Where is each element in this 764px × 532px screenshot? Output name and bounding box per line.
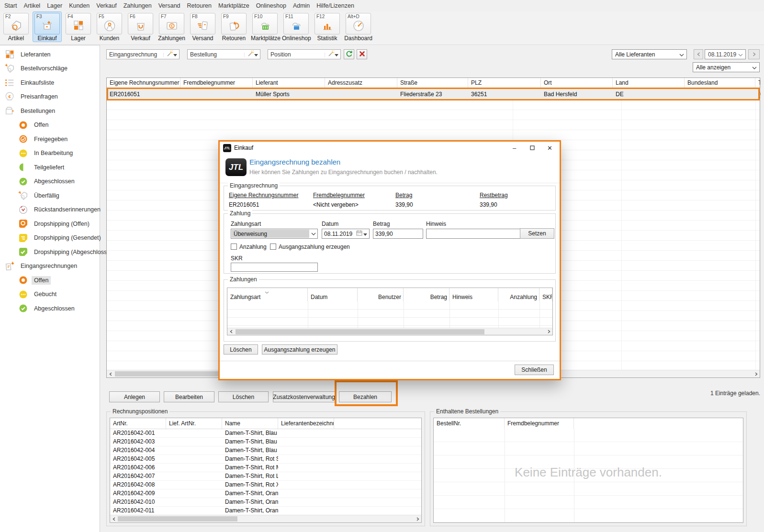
scroll-left-icon[interactable] <box>227 328 235 335</box>
ribbon-button-einkauf[interactable]: F3Einkauf <box>33 11 62 42</box>
column-header-name[interactable]: Name <box>222 418 278 429</box>
menu-item-retouren[interactable]: Retouren <box>184 2 215 9</box>
menu-item-artikel[interactable]: Artikel <box>20 2 44 9</box>
clear-filter-button[interactable] <box>357 49 367 59</box>
sidebar-item-lieferanten-root[interactable]: Lieferanten <box>0 47 100 62</box>
column-header-t[interactable]: T <box>755 78 761 88</box>
bearbeiten-button[interactable]: Bearbeiten <box>164 391 214 402</box>
ribbon-button-verkauf[interactable]: F6Verkauf <box>126 11 155 42</box>
positions-table-row[interactable]: AR2016042-005Damen-T-Shirt, Rot S <box>110 455 421 464</box>
menu-item-verkauf[interactable]: Verkauf <box>93 2 120 9</box>
ribbon-button-marktplaetze[interactable]: F10Marktplätze <box>250 11 280 42</box>
positions-table-row[interactable]: AR2016042-004Damen-T-Shirt, Blau XL <box>110 446 421 455</box>
ribbon-button-lager[interactable]: F4Lager <box>64 11 93 42</box>
column-header-skr[interactable]: SKR <box>539 288 552 301</box>
column-header-lieferant[interactable]: Lieferant <box>253 78 325 88</box>
positions-table-row[interactable]: AR2016042-006Damen-T-Shirt, Rot M <box>110 464 421 472</box>
anlegen-button[interactable]: Anlegen <box>109 391 160 402</box>
anzahlung-checkbox[interactable] <box>231 244 237 250</box>
sidebar-item-dropshipping-offen[interactable]: Dropshipping (Offen) <box>0 217 100 231</box>
positions-table-row[interactable]: AR2016042-008Damen-T-Shirt, Rot XL <box>110 481 421 489</box>
positions-table-row[interactable]: AR2016042-001Damen-T-Shirt, Blau S <box>110 429 421 438</box>
column-header-land[interactable]: Land <box>613 78 685 88</box>
payments-loeschen-button[interactable]: Löschen <box>224 344 258 355</box>
column-header-lief-artnr[interactable]: Lief. ArtNr. <box>166 418 222 429</box>
close-button[interactable]: ✕ <box>541 142 559 154</box>
previous-day-button[interactable] <box>694 49 703 59</box>
column-header-fremdbelegnummer[interactable]: Fremdbelegnummer <box>180 78 253 88</box>
sidebar-item-offen[interactable]: Offen <box>0 118 100 133</box>
menu-item-marktplaetze[interactable]: Marktplätze <box>215 2 253 9</box>
menu-item-zahlungen[interactable]: Zahlungen <box>120 2 155 9</box>
sidebar-item-bestellungen-root[interactable]: Bestellungen <box>0 104 100 118</box>
show-all-dropdown[interactable]: Alle anzeigen <box>693 62 760 72</box>
refresh-button[interactable] <box>344 49 354 59</box>
menu-item-admin[interactable]: Admin <box>290 2 313 9</box>
dialog-titlebar[interactable]: JTL Einkauf – ✕ <box>220 142 560 154</box>
loeschen-button[interactable]: Löschen <box>218 391 269 402</box>
column-header-datum[interactable]: Datum <box>308 288 358 301</box>
column-header-anzahlung[interactable]: Anzahlung <box>498 288 539 301</box>
column-header-benutzer[interactable]: Benutzer <box>358 288 404 301</box>
scroll-left-icon[interactable] <box>107 370 114 377</box>
sidebar-item-preisanfragen-root[interactable]: €Preisanfragen <box>0 90 100 104</box>
filter-caret-icon[interactable] <box>173 51 177 58</box>
sidebar-item-bestellvorschlaege-root[interactable]: Bestellvorschläge <box>0 62 100 76</box>
scroll-left-icon[interactable] <box>110 515 117 522</box>
invoice-table-selected-row[interactable]: ER2016051Müller SportsFliederstraße 2336… <box>107 89 760 100</box>
scroll-right-icon[interactable] <box>753 370 760 377</box>
positions-table-row[interactable]: AR2016042-003Damen-T-Shirt, Blau L <box>110 438 421 446</box>
magic-wand-icon[interactable] <box>247 50 254 58</box>
sidebar-item-eingangsrechnungen-root[interactable]: Eingangsrechnungen <box>0 259 100 274</box>
supplier-dropdown[interactable]: Alle Lieferanten <box>612 49 687 59</box>
ribbon-button-kunden[interactable]: F5Kunden <box>95 11 124 42</box>
column-header-hinweis[interactable]: Hinweis <box>449 288 498 301</box>
positions-table-row[interactable]: AR2016042-007Damen-T-Shirt, Rot L <box>110 472 421 481</box>
order-filter-input[interactable]: Bestellung ⋮ <box>187 49 260 59</box>
column-header-plz[interactable]: PLZ <box>468 78 541 88</box>
payments-ausgangszahlung-button[interactable]: Ausgangszahlung erzeugen <box>262 344 337 355</box>
position-filter-input[interactable]: Position ⋮ <box>268 49 341 59</box>
menu-item-kunden[interactable]: Kunden <box>66 2 93 9</box>
betrag-input[interactable]: 339,90 <box>373 229 423 239</box>
sidebar-item-offen[interactable]: Offen <box>0 273 100 288</box>
magic-wand-icon[interactable] <box>167 50 173 58</box>
menu-item-onlineshop[interactable]: Onlineshop <box>253 2 290 9</box>
zahlungsart-dropdown[interactable]: Überweisung <box>231 229 318 239</box>
positions-table-row[interactable]: AR2016042-011Damen-T-Shirt, Orange L <box>110 507 421 515</box>
sidebar-item-rueckstandserinnerungen[interactable]: Rückstandserinnerungen <box>0 203 100 217</box>
filter-caret-icon[interactable] <box>335 51 338 58</box>
date-dropdown[interactable]: 08.11.2019 <box>705 49 746 59</box>
datum-datepicker[interactable]: 08.11.2019 <box>322 229 370 239</box>
sidebar-item-einkaufsliste-root[interactable]: Einkaufsliste <box>0 76 100 90</box>
ribbon-button-onlineshop[interactable]: F11Onlineshop <box>281 11 311 42</box>
filter-caret-icon[interactable] <box>254 51 258 58</box>
positions-hscrollbar[interactable] <box>110 515 421 522</box>
positions-table-row[interactable]: AR2016042-010Damen-T-Shirt, Orange M <box>110 498 421 507</box>
column-header-zahlungsart[interactable]: Zahlungsart <box>227 288 308 301</box>
sidebar-item-freigegeben[interactable]: Freigegeben <box>0 132 100 146</box>
skr-input[interactable] <box>231 263 318 272</box>
menu-item-hilfe-lizenzen[interactable]: Hilfe/Lizenzen <box>313 2 358 9</box>
column-header-strasse[interactable]: Straße <box>397 78 468 88</box>
ribbon-button-versand[interactable]: F8Versand <box>188 11 217 42</box>
next-day-button[interactable] <box>748 49 760 59</box>
scrollbar-thumb[interactable] <box>236 329 484 334</box>
column-header-bestellnr[interactable]: BestellNr. <box>434 418 505 429</box>
ribbon-button-dashboard[interactable]: Alt+DDashboard <box>344 11 373 42</box>
invoice-filter-input[interactable]: Eingangsrechnung ⋮ <box>106 49 180 59</box>
payments-hscrollbar[interactable] <box>227 328 552 335</box>
minimize-button[interactable]: – <box>506 142 523 154</box>
column-header-ort[interactable]: Ort <box>541 78 613 88</box>
sidebar-item-in-bearbeitung[interactable]: In Bearbeitung <box>0 146 100 161</box>
setzen-button[interactable]: Setzen <box>520 228 554 239</box>
column-header-betrag[interactable]: Betrag <box>404 288 449 301</box>
maximize-button[interactable] <box>523 142 541 154</box>
sidebar-item-dropshipping-gesendet[interactable]: Dropshipping (Gesendet) <box>0 231 100 245</box>
column-header-adresszusatz[interactable]: Adresszusatz <box>325 78 397 88</box>
sidebar-item-ueberfaellig[interactable]: Überfällig <box>0 188 100 203</box>
column-header-fremdbelegnummer[interactable]: Fremdbelegnummer <box>505 418 574 429</box>
scroll-right-icon[interactable] <box>414 515 421 522</box>
sidebar-item-abgeschlossen[interactable]: Abgeschlossen <box>0 301 100 316</box>
scrollbar-thumb[interactable] <box>118 516 237 521</box>
